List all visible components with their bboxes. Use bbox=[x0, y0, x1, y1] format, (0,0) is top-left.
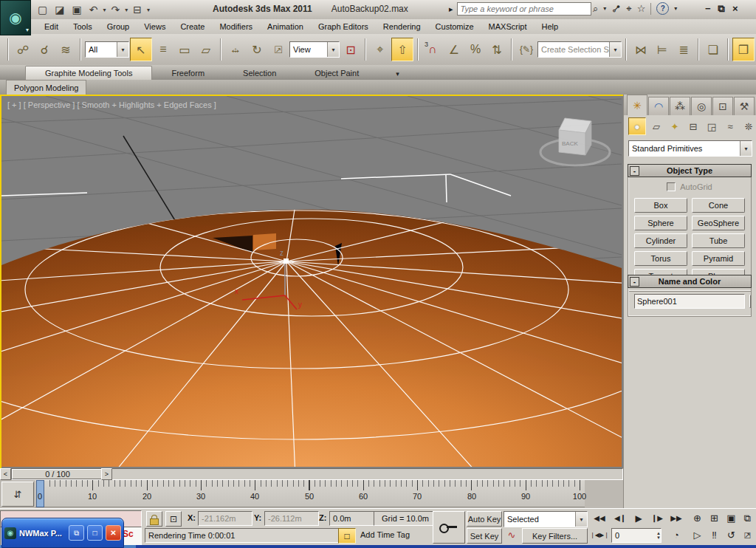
menu-rendering[interactable]: Rendering bbox=[376, 21, 428, 32]
edit-named-selections-button[interactable]: {✎} bbox=[516, 38, 537, 61]
close-button[interactable]: × bbox=[732, 3, 738, 15]
mini-curve-editor-button[interactable]: ⇵ bbox=[1, 482, 34, 507]
tab-utilities[interactable]: ⚒ bbox=[734, 97, 755, 115]
next-frame-arrow[interactable]: > bbox=[101, 468, 112, 480]
angle-snap-button[interactable]: ∠ bbox=[444, 38, 464, 61]
zoom-all-button[interactable]: ⊞ bbox=[707, 511, 722, 525]
current-frame-field[interactable]: 0 bbox=[611, 528, 662, 543]
set-key-mode-button[interactable]: ∿ bbox=[504, 528, 519, 542]
sphere-button[interactable]: Sphere bbox=[634, 216, 687, 230]
z-coordinate-field[interactable]: 0.0m bbox=[329, 511, 375, 526]
nwmax-window-titlebar[interactable]: ◉ NWMax P... ⧉ □ ✕ bbox=[1, 518, 124, 548]
search-binoculars-icon[interactable]: ⌕ bbox=[593, 3, 598, 15]
viewport-canvas[interactable]: z x y BACK [ + ] [ Perspective ] [ Smoot… bbox=[1, 96, 622, 467]
menu-help[interactable]: Help bbox=[535, 21, 566, 32]
geosphere-button[interactable]: GeoSphere bbox=[692, 216, 745, 230]
tab-display[interactable]: ⊡ bbox=[712, 97, 733, 115]
object-color-swatch[interactable] bbox=[749, 295, 751, 308]
tab-object-paint[interactable]: Object Paint bbox=[295, 66, 378, 80]
zoom-button[interactable]: ⊕ bbox=[690, 511, 705, 525]
viewcube-face-label[interactable]: BACK bbox=[562, 140, 578, 147]
ribbon-minimize-icon[interactable]: ▾ bbox=[391, 68, 404, 80]
time-slider-handle[interactable]: 0 / 100 bbox=[12, 469, 103, 479]
category-systems-button[interactable]: ❊ bbox=[740, 118, 756, 134]
snaps-toggle-button[interactable]: 3∩ bbox=[422, 38, 443, 61]
select-rotate-button[interactable]: ↻ bbox=[247, 38, 267, 61]
key-filters-button[interactable]: Key Filters... bbox=[522, 528, 588, 544]
primitive-category-dropdown[interactable]: Standard Primitives ▾ bbox=[628, 140, 752, 157]
favorites-star-icon[interactable]: ☆ bbox=[637, 3, 646, 14]
undo-dropdown-icon[interactable]: ▾ bbox=[103, 7, 106, 13]
box-button[interactable]: Box bbox=[634, 198, 687, 213]
tab-graphite-modeling-tools[interactable]: Graphite Modeling Tools bbox=[25, 66, 152, 80]
save-file-icon[interactable]: ▣ bbox=[69, 3, 83, 16]
pan-view-button[interactable]: ▷ bbox=[690, 528, 705, 542]
named-selection-dropdown[interactable]: Create Selection Se▾ bbox=[537, 41, 622, 58]
add-time-tag[interactable]: Add Time Tag bbox=[357, 528, 434, 541]
open-file-icon[interactable]: ◪ bbox=[52, 3, 66, 16]
help-icon[interactable]: ? bbox=[656, 2, 669, 15]
next-frame-button[interactable]: ❙▶ bbox=[648, 511, 666, 525]
nwmax-maximize-button[interactable]: □ bbox=[87, 525, 103, 541]
x-coordinate-field[interactable]: -21.162m bbox=[198, 511, 252, 526]
manage-dropdown-icon[interactable]: ▾ bbox=[147, 7, 150, 13]
curve-editor-button[interactable]: ❏ bbox=[703, 38, 724, 61]
minimize-button[interactable]: − bbox=[705, 3, 711, 15]
select-manipulate-button[interactable]: ⌖ bbox=[370, 38, 391, 61]
mirror-button[interactable]: ⋈ bbox=[630, 38, 651, 61]
redo-dropdown-icon[interactable]: ▾ bbox=[125, 7, 128, 13]
track-bar-ruler[interactable]: 0 10 20 30 40 50 60 70 80 90 100 bbox=[35, 480, 585, 507]
tab-create[interactable]: ✳ bbox=[627, 95, 647, 115]
zoom-extents-button[interactable]: ▣ bbox=[724, 511, 739, 525]
selection-filter-dropdown[interactable]: All▾ bbox=[85, 41, 129, 58]
set-keys-button[interactable] bbox=[433, 511, 465, 544]
go-to-end-button[interactable]: ▶▶ bbox=[667, 511, 685, 525]
orbit-button[interactable]: ↺ bbox=[724, 528, 739, 542]
menu-tools[interactable]: Tools bbox=[66, 21, 100, 32]
nwmax-restore-button[interactable]: ⧉ bbox=[69, 525, 84, 541]
nwmax-close-button[interactable]: ✕ bbox=[106, 525, 121, 541]
menu-create[interactable]: Create bbox=[173, 21, 212, 32]
cone-button[interactable]: Cone bbox=[692, 198, 745, 213]
absolute-mode-button[interactable]: ⊡ bbox=[165, 511, 182, 527]
pyramid-button[interactable]: Pyramid bbox=[692, 251, 745, 266]
cylinder-button[interactable]: Cylinder bbox=[634, 233, 687, 248]
select-object-button[interactable]: ↖ bbox=[130, 38, 152, 61]
select-link-button[interactable]: ☍ bbox=[13, 38, 33, 61]
reference-coordinate-dropdown[interactable]: View▾ bbox=[289, 41, 340, 58]
select-by-name-button[interactable]: ≡ bbox=[153, 38, 173, 61]
object-name-input[interactable] bbox=[634, 294, 745, 309]
new-file-icon[interactable]: ▢ bbox=[35, 3, 49, 16]
select-move-button[interactable]: ↔↕ bbox=[225, 38, 246, 61]
menu-modifiers[interactable]: Modifiers bbox=[212, 21, 260, 32]
viewport[interactable]: z x y BACK [ + ] [ Perspective ] [ Smoot… bbox=[0, 95, 626, 471]
set-key-button[interactable]: Set Key bbox=[467, 528, 502, 544]
keyboard-override-button[interactable]: ⇧ bbox=[391, 38, 413, 61]
autogrid-checkbox[interactable] bbox=[667, 182, 676, 191]
selection-lock-button[interactable] bbox=[146, 511, 162, 527]
align-button[interactable]: ⊨ bbox=[652, 38, 673, 61]
frame-spinner[interactable]: ▲▼ bbox=[656, 528, 664, 542]
menu-edit[interactable]: Edit bbox=[37, 21, 66, 32]
category-spacewarps-button[interactable]: ≈ bbox=[722, 118, 738, 134]
infocenter-arrow-icon[interactable]: ▸ bbox=[449, 4, 453, 14]
unlink-selection-button[interactable]: ☌ bbox=[34, 38, 55, 61]
viewport-label[interactable]: [ + ] [ Perspective ] [ Smooth + Highlig… bbox=[7, 100, 216, 109]
category-cameras-button[interactable]: ⊟ bbox=[685, 118, 701, 134]
help-dropdown-icon[interactable]: ▾ bbox=[674, 5, 677, 12]
menu-views[interactable]: Views bbox=[137, 21, 173, 32]
undo-icon[interactable]: ↶ bbox=[87, 3, 100, 16]
zoom-extents-all-button[interactable]: ⧉ bbox=[740, 511, 755, 525]
maximize-viewport-button[interactable]: □↗ bbox=[740, 528, 755, 542]
layer-manager-button[interactable]: ≣ bbox=[673, 38, 694, 61]
tab-polygon-modeling[interactable]: Polygon Modeling bbox=[6, 80, 86, 95]
rectangular-selection-button[interactable]: ▭ bbox=[174, 38, 195, 61]
restore-button[interactable]: ⧉ bbox=[718, 3, 725, 15]
category-helpers-button[interactable]: ◲ bbox=[704, 118, 720, 134]
y-coordinate-field[interactable]: -26.112m bbox=[264, 511, 319, 526]
previous-frame-arrow[interactable]: < bbox=[0, 468, 11, 480]
category-shapes-button[interactable]: ▱ bbox=[648, 118, 664, 134]
menu-customize[interactable]: Customize bbox=[428, 21, 481, 32]
menu-group[interactable]: Group bbox=[100, 21, 137, 32]
play-button[interactable]: ▶ bbox=[630, 511, 647, 525]
